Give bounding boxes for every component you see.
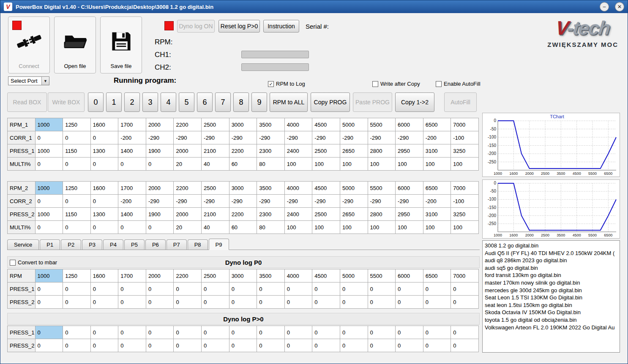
table-cell[interactable]: 2000 [174,208,202,221]
table-cell[interactable]: -200 [423,131,451,144]
digit-button-4[interactable]: 4 [161,92,176,112]
tab-service[interactable]: Service [7,239,39,250]
file-item[interactable]: Skoda Octavia IV 150KM Go Digital.bin [485,309,617,316]
table-cell[interactable]: 1300 [90,144,118,158]
table-cell[interactable]: 0 [118,158,146,171]
table-cell[interactable]: 0 [202,326,229,339]
table-cell[interactable]: 80 [257,158,285,171]
table-cell[interactable]: 0 [368,339,396,352]
digit-button-6[interactable]: 6 [197,92,213,112]
copy-prog-button[interactable]: Copy PROG [311,92,350,112]
digit-button-5[interactable]: 5 [179,92,194,112]
table-cell[interactable]: 0 [63,131,91,144]
table-cell[interactable]: 0 [35,339,63,352]
table-cell[interactable]: 2100 [202,144,229,158]
table-cell[interactable]: -200 [118,195,146,208]
table-cell[interactable]: 5000 [340,118,368,131]
table-cell[interactable]: 6000 [396,118,423,131]
table-cell[interactable]: -290 [396,195,423,208]
table-cell[interactable]: 0 [340,339,368,352]
enable-autofill-checkbox-box[interactable] [436,81,442,87]
table-cell[interactable]: 0 [146,326,174,339]
table-cell[interactable]: 1150 [63,208,91,221]
table-cell[interactable]: 4000 [284,269,312,283]
table-cell[interactable]: 4500 [312,118,340,131]
table-cell[interactable]: 0 [118,339,146,352]
table-cell[interactable]: 0 [118,221,146,234]
digit-button-0[interactable]: 0 [88,92,104,112]
table-cell[interactable]: 0 [423,296,451,309]
table-cell[interactable]: 0 [284,296,312,309]
table-cell[interactable]: 0 [35,326,63,339]
table-cell[interactable]: -100 [451,195,479,208]
file-item[interactable]: toyota 1.5 go digital od obciążenia.bin [485,316,617,324]
table-cell[interactable]: 1700 [118,118,146,131]
table-cell[interactable]: 0 [146,296,174,309]
table-cell[interactable]: 0 [174,339,202,352]
table-cell[interactable]: -290 [284,131,312,144]
table-cell[interactable]: 0 [63,326,91,339]
table-cell[interactable]: -290 [340,195,368,208]
table-cell[interactable]: 2200 [174,118,202,131]
table-cell[interactable]: 2200 [174,269,202,283]
table-cell[interactable]: 2300 [257,144,285,158]
table-cell[interactable]: 0 [90,195,118,208]
table-cell[interactable]: 6500 [423,269,451,283]
table-cell[interactable]: -290 [368,131,396,144]
table-cell[interactable]: 0 [312,339,340,352]
file-item[interactable]: Volkswagen Arteon FL 2.0 190KM 2022 Go D… [485,324,617,331]
table-cell[interactable]: 1700 [118,182,146,195]
table-cell[interactable]: 0 [396,326,423,339]
table-cell[interactable]: 6500 [423,118,451,131]
table-cell[interactable]: 2800 [368,208,396,221]
table-cell[interactable]: 0 [368,326,396,339]
table-cell[interactable]: -290 [312,195,340,208]
file-list[interactable]: 3008 1.2 go digital.binAudi Q5 II (FY FL… [482,240,620,353]
table-cell[interactable]: 0 [202,339,229,352]
table-cell[interactable]: 2500 [312,208,340,221]
table-cell[interactable]: 0 [90,339,118,352]
table-cell[interactable]: 1400 [118,208,146,221]
table-cell[interactable]: 0 [257,339,285,352]
write-after-copy-checkbox-box[interactable] [372,81,378,87]
table-cell[interactable]: 1250 [63,118,91,131]
table-cell[interactable]: -290 [202,131,229,144]
table-cell[interactable]: 2000 [174,144,202,158]
table-cell[interactable]: 0 [340,326,368,339]
table-cell[interactable]: 2500 [312,144,340,158]
table-cell[interactable]: 0 [35,296,63,309]
table-cell[interactable]: 0 [284,339,312,352]
table-cell[interactable]: 7000 [451,118,479,131]
table-cell[interactable]: 0 [146,339,174,352]
table-cell[interactable]: -290 [340,131,368,144]
table-cell[interactable]: 0 [368,283,396,296]
convert-to-mbar-checkbox-box[interactable] [10,260,16,266]
table-cell[interactable]: -290 [174,131,202,144]
file-item[interactable]: Seat Leon 1.5 TSI 130KM Go Digital.bin [485,294,617,302]
table-cell[interactable]: 0 [63,158,91,171]
tab-p1[interactable]: P1 [40,239,60,250]
table-cell[interactable]: -290 [257,131,285,144]
table-cell[interactable]: 100 [340,221,368,234]
digit-button-3[interactable]: 3 [142,92,158,112]
table-cell[interactable]: 0 [312,296,340,309]
table-cell[interactable]: 0 [174,283,202,296]
chevron-down-icon[interactable]: ▼ [41,77,49,85]
table-cell[interactable]: -290 [396,131,423,144]
file-item[interactable]: master 170km nowy silnik go digital.bin [485,279,617,287]
table-cell[interactable]: 3250 [451,144,479,158]
table-cell[interactable]: 0 [146,158,174,171]
table-cell[interactable]: 0 [35,221,63,234]
table-cell[interactable]: 0 [90,296,118,309]
table-cell[interactable]: 4000 [284,118,312,131]
copy-1-to-2-button[interactable]: Copy 1->2 [395,92,434,112]
table-cell[interactable]: 100 [423,221,451,234]
table-cell[interactable]: 6000 [396,182,423,195]
table-cell[interactable]: 0 [257,296,285,309]
table-cell[interactable]: 2300 [257,208,285,221]
table-cell[interactable]: 2650 [340,208,368,221]
reset-log-button[interactable]: Reset log P>0 [218,20,260,33]
table-cell[interactable]: 3100 [423,144,451,158]
table-cell[interactable]: 100 [368,221,396,234]
table-cell[interactable]: 3000 [229,118,257,131]
